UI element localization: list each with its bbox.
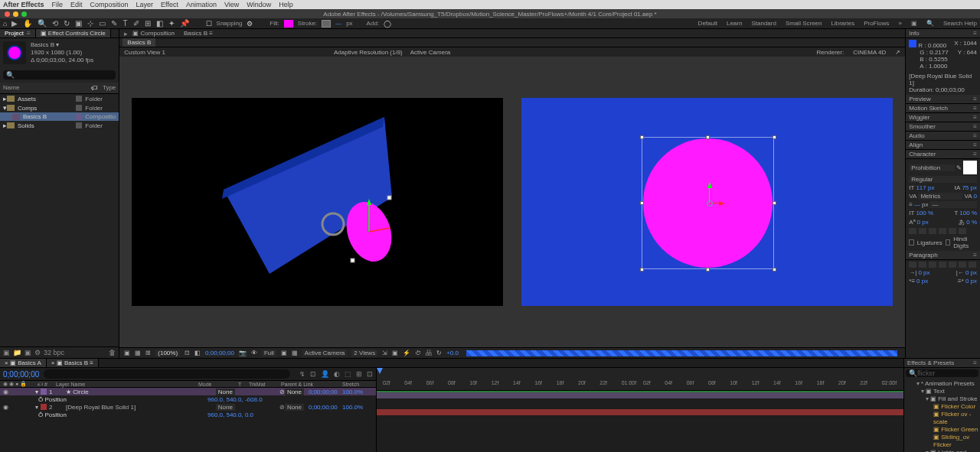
comp-options-icon[interactable]: ↗ xyxy=(895,49,900,56)
flowchart-icon[interactable]: 品 xyxy=(426,349,432,357)
tracking[interactable]: 0 xyxy=(974,193,977,200)
project-row-comps[interactable]: ▾ Comps Folder xyxy=(0,103,119,112)
renderer-value[interactable]: CINEMA 4D xyxy=(853,49,886,56)
search-help[interactable]: Search Help xyxy=(943,20,977,27)
zoom-tool-icon[interactable]: 🔍 xyxy=(38,19,47,28)
fx-item-flicker-green[interactable]: ▣ Flicker Green xyxy=(906,426,978,434)
mode-select[interactable]: None xyxy=(216,404,235,411)
grid-icon[interactable]: ⊞ xyxy=(145,350,151,356)
tsume[interactable]: 0 % xyxy=(966,219,977,226)
tl-graph-icon[interactable]: ⊞ xyxy=(356,370,362,378)
pen-tool-icon[interactable]: ✎ xyxy=(111,19,117,28)
paragraph-header[interactable]: Paragraph≡ xyxy=(906,251,980,260)
hindi-checkbox[interactable] xyxy=(946,239,951,246)
ligatures-checkbox[interactable] xyxy=(909,239,914,246)
workspace-standard[interactable]: Standard xyxy=(751,20,776,27)
handle-icon[interactable] xyxy=(640,201,644,205)
menu-animation[interactable]: Animation xyxy=(186,1,217,8)
eraser-tool-icon[interactable]: ◧ xyxy=(156,19,163,28)
maximize-icon[interactable] xyxy=(21,11,27,17)
project-row-assets[interactable]: ▸ Assets Folder xyxy=(0,94,119,103)
tab-project[interactable]: Project≡ xyxy=(0,29,36,37)
fx-header[interactable]: Effects & Presets≡ xyxy=(904,359,980,368)
tl-opt1-icon[interactable]: ↯ xyxy=(299,370,305,378)
fx-cat-presets[interactable]: ▾* Animation Presets xyxy=(906,380,978,388)
super-button[interactable] xyxy=(949,228,956,234)
col-type[interactable]: Type xyxy=(103,84,116,92)
project-row-basics-b[interactable]: Basics B Compositio xyxy=(0,112,119,121)
viewer-front[interactable] xyxy=(521,98,893,306)
fx-cat-text[interactable]: ▾▣ Text xyxy=(906,388,978,395)
tl-3d-icon[interactable]: ⬚ xyxy=(345,370,351,378)
align-header[interactable]: Align≡ xyxy=(906,141,980,150)
clone-tool-icon[interactable]: ⊞ xyxy=(145,19,151,28)
comp-crumb-b[interactable]: Basics B ≡ xyxy=(179,30,217,37)
mode-select[interactable]: None xyxy=(216,389,235,395)
trash-icon[interactable]: 🗑 xyxy=(109,349,116,356)
tab-effect-controls[interactable]: ▣ Effect Controls Circle xyxy=(36,29,111,37)
menu-layer[interactable]: Layer xyxy=(136,1,154,8)
fx-item-flicker-scale[interactable]: ▣ Flicker ov - scale xyxy=(906,411,978,426)
new-comp-icon[interactable]: ▣ xyxy=(24,349,31,356)
tl-blur-icon[interactable]: ◐ xyxy=(334,370,340,378)
handle-icon[interactable] xyxy=(773,135,776,139)
res-select[interactable]: Full xyxy=(262,350,276,356)
handle-icon[interactable] xyxy=(773,201,776,205)
caps-button[interactable] xyxy=(929,228,936,234)
tl-render-icon[interactable]: ⊡ xyxy=(367,370,373,378)
track-circle[interactable] xyxy=(377,392,975,398)
eyedropper-icon[interactable]: ✎ xyxy=(956,164,962,171)
workspace-libraries[interactable]: Libraries xyxy=(831,20,854,27)
project-settings-icon[interactable]: ⚙ xyxy=(34,349,41,356)
stroke-swatch[interactable] xyxy=(322,20,331,28)
pixel-aspect-icon[interactable]: ▣ xyxy=(392,350,398,356)
add-menu-icon[interactable]: ◯ xyxy=(384,20,391,28)
track-solid[interactable] xyxy=(377,409,975,415)
align-left-button[interactable] xyxy=(909,262,916,268)
transp-icon[interactable]: ▦ xyxy=(292,350,298,356)
workspace-default[interactable]: Default xyxy=(698,20,717,27)
time-ruler[interactable]: 02f04f06f08f10f12f14f16f18f20f22f01:00f0… xyxy=(377,368,980,391)
bpc-label[interactable]: 32 bpc xyxy=(44,349,64,356)
view-label[interactable]: Custom View 1 xyxy=(124,49,165,56)
mask-icon[interactable]: ◧ xyxy=(194,350,201,356)
layer-row-solid[interactable]: ◉ ▾ 2 [Deep Royal Blue Solid 1] None ⊘No… xyxy=(0,403,376,411)
italic-button[interactable] xyxy=(919,228,926,234)
info-header[interactable]: Info≡ xyxy=(906,29,980,38)
menu-file[interactable]: File xyxy=(52,1,64,8)
menu-effect[interactable]: Effect xyxy=(161,1,178,8)
close-tab-icon[interactable]: ≡ xyxy=(27,30,31,37)
smallcaps-button[interactable] xyxy=(939,228,946,234)
anchor-tool-icon[interactable]: ⊹ xyxy=(87,19,93,28)
fx-cat-fillstroke[interactable]: ▾▣ Fill and Stroke xyxy=(906,395,978,403)
timecode[interactable]: 0;00;00;00 xyxy=(3,370,39,379)
camera-select[interactable]: Active Camera xyxy=(302,350,347,356)
workspace-more-icon[interactable]: » xyxy=(899,20,902,27)
tl-tab-b[interactable]: × ▣ Basics B ≡ xyxy=(47,359,99,367)
timeline-icon[interactable]: ⏱ xyxy=(415,350,421,356)
playhead-icon[interactable] xyxy=(377,368,383,374)
hscale[interactable]: 100 % xyxy=(959,210,977,216)
menu-edit[interactable]: Edit xyxy=(70,1,83,8)
handle-icon[interactable] xyxy=(706,268,710,272)
handle-icon[interactable] xyxy=(773,268,776,272)
comp-tab-basics-b[interactable]: Basics B xyxy=(122,38,155,47)
fx-cat-lights[interactable]: ▾▣ Lights and Optical xyxy=(906,449,978,452)
snapping-checkbox[interactable]: ☐ xyxy=(206,20,212,28)
baseline[interactable]: 0 px xyxy=(917,219,929,226)
safe-zones-icon[interactable]: ⊡ xyxy=(185,350,190,356)
prop-position-circle[interactable]: Ŏ Position 960.0, 540.0, -608.0 xyxy=(0,395,376,403)
rotate-tool-icon[interactable]: ↻ xyxy=(64,19,70,28)
work-area-bar[interactable] xyxy=(466,350,897,356)
workspace-proflows[interactable]: ProFlows xyxy=(864,20,889,27)
puppet-tool-icon[interactable]: 📌 xyxy=(180,19,189,28)
menu-composition[interactable]: Composition xyxy=(90,1,129,8)
camera-label[interactable]: Active Camera xyxy=(410,49,450,56)
parent-select[interactable]: None xyxy=(285,404,304,411)
snapping-opts-icon[interactable]: ⚙ xyxy=(247,20,253,28)
handle-icon[interactable] xyxy=(706,135,710,139)
justify-right-button[interactable] xyxy=(959,262,966,268)
mag-icon[interactable]: ▣ xyxy=(124,350,130,356)
roi-icon[interactable]: ▣ xyxy=(281,350,287,356)
visibility-icon[interactable]: ◉ xyxy=(3,389,12,395)
